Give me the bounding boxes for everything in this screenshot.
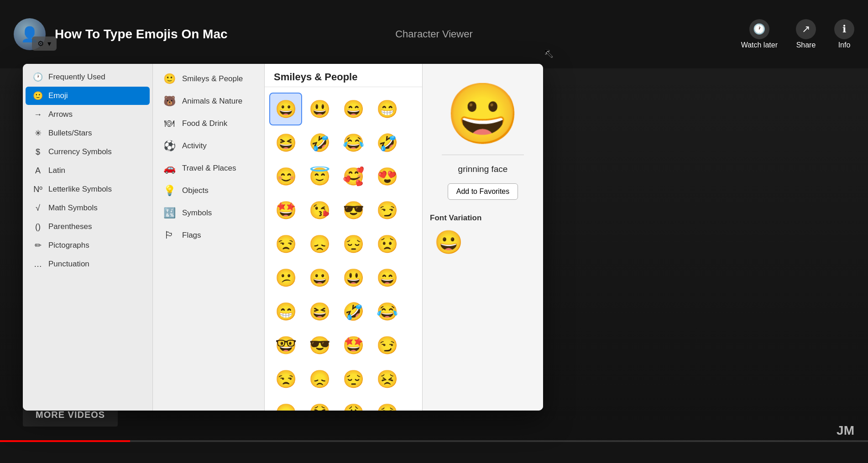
sidebar-item-label: Latin: [48, 166, 65, 175]
emoji-cell[interactable]: 🤣: [371, 126, 403, 159]
gear-overlay[interactable]: ⚙ ▾: [32, 36, 57, 51]
emoji-cell[interactable]: 😞: [303, 363, 336, 395]
emoji-cell[interactable]: 🥺: [371, 396, 403, 411]
emoji-cell[interactable]: 😄: [337, 93, 370, 125]
sidebar-item-label: Pictographs: [48, 241, 89, 250]
cv-detail: 😀 grinning face Add to Favorites Font Va…: [422, 64, 543, 411]
sidebar-item-label: Frequently Used: [48, 73, 105, 82]
watch-later-icon: 🕐: [749, 19, 769, 39]
emoji-cell[interactable]: 😍: [371, 160, 403, 193]
emoji-cell[interactable]: 😇: [303, 160, 336, 193]
category-item-label: Flags: [182, 231, 201, 240]
sidebar-item-parentheses[interactable]: ()Parentheses: [26, 218, 150, 236]
info-icon: ℹ: [834, 19, 854, 39]
category-icon: ⚽: [163, 140, 176, 152]
emoji-cell[interactable]: 😆: [269, 126, 302, 159]
emoji-cell[interactable]: 😩: [337, 396, 370, 411]
category-item-food---drink[interactable]: 🍽Food & Drink: [156, 113, 261, 135]
emoji-cell[interactable]: 😣: [371, 363, 403, 395]
category-icon: 🔣: [163, 207, 176, 219]
sidebar-item-math-symbols[interactable]: √Math Symbols: [26, 199, 150, 217]
category-item-smileys---people[interactable]: 🙂Smileys & People: [156, 68, 261, 90]
progress-bar[interactable]: [0, 440, 868, 442]
sidebar-item-latin[interactable]: ALatin: [26, 161, 150, 180]
category-item-label: Smileys & People: [182, 74, 243, 83]
emoji-cell[interactable]: 😀: [303, 261, 336, 294]
emoji-cell[interactable]: 😎: [337, 194, 370, 227]
cv-font-variation-header: Font Variation: [430, 213, 481, 223]
sidebar-item-arrows[interactable]: →Arrows: [26, 105, 150, 124]
emoji-cell[interactable]: 😞: [303, 228, 336, 260]
watch-later-button[interactable]: 🕐 Watch later: [741, 19, 778, 49]
sidebar-icon: $: [33, 147, 43, 157]
emoji-cell[interactable]: 😏: [371, 194, 403, 227]
emoji-cell[interactable]: 🤓: [269, 329, 302, 362]
sidebar-item-label: Math Symbols: [48, 203, 98, 213]
emoji-cell[interactable]: 😔: [337, 363, 370, 395]
emoji-cell[interactable]: 😫: [303, 396, 336, 411]
emoji-cell[interactable]: 😊: [269, 160, 302, 193]
emoji-cell[interactable]: 😂: [371, 295, 403, 328]
share-button[interactable]: ↗ Share: [796, 19, 816, 49]
emoji-cell[interactable]: 😎: [303, 329, 336, 362]
sidebar-item-label: Punctuation: [48, 260, 89, 269]
cv-selected-emoji: 😀: [442, 73, 524, 155]
category-item-label: Animals & Nature: [182, 97, 242, 106]
emoji-cell[interactable]: 😟: [371, 228, 403, 260]
sidebar-icon: Nº: [33, 184, 43, 194]
sidebar-item-letterlike-symbols[interactable]: NºLetterlike Symbols: [26, 180, 150, 198]
sidebar-item-label: Bullets/Stars: [48, 129, 92, 138]
sidebar-item-label: Emoji: [48, 91, 68, 100]
emoji-cell[interactable]: 🤣: [337, 295, 370, 328]
category-icon: 🙂: [163, 73, 176, 85]
add-to-favorites-button[interactable]: Add to Favorites: [448, 183, 518, 200]
emoji-cell[interactable]: 😖: [269, 396, 302, 411]
sidebar-item-frequently-used[interactable]: 🕐Frequently Used: [26, 68, 150, 86]
emoji-cell[interactable]: 😄: [371, 261, 403, 294]
progress-fill: [0, 440, 130, 442]
sidebar-item-emoji[interactable]: 🙂Emoji: [26, 87, 150, 105]
sidebar-item-label: Letterlike Symbols: [48, 185, 112, 194]
category-icon: 💡: [163, 185, 176, 197]
gear-icon: ⚙: [37, 39, 44, 48]
category-icon: 🍽: [163, 118, 176, 130]
video-title: How To Type Emojis On Mac: [55, 27, 732, 42]
emoji-cell[interactable]: 😁: [269, 295, 302, 328]
sidebar-item-punctuation[interactable]: …Punctuation: [26, 255, 150, 273]
emoji-cell[interactable]: 🤣: [303, 126, 336, 159]
emoji-cell[interactable]: 😕: [269, 261, 302, 294]
emoji-cell[interactable]: 🥰: [337, 160, 370, 193]
emoji-cell[interactable]: 😘: [303, 194, 336, 227]
emoji-cell[interactable]: 😒: [269, 228, 302, 260]
emoji-cell[interactable]: 🤩: [269, 194, 302, 227]
cv-emoji-name: grinning face: [458, 164, 508, 174]
sidebar-item-label: Arrows: [48, 110, 73, 119]
sidebar-icon: (): [33, 222, 43, 232]
category-item-animals---nature[interactable]: 🐻Animals & Nature: [156, 90, 261, 112]
emoji-cell[interactable]: 😁: [371, 93, 403, 125]
sidebar-item-bullets-stars[interactable]: ✳Bullets/Stars: [26, 124, 150, 142]
emoji-cell[interactable]: 😃: [303, 93, 336, 125]
emoji-cell[interactable]: 😏: [371, 329, 403, 362]
emoji-cell[interactable]: 😔: [337, 228, 370, 260]
sidebar-item-pictographs[interactable]: ✏Pictographs: [26, 236, 150, 255]
cv-main: Smileys & People 😀😃😄😁😆🤣😂🤣😊😇🥰😍🤩😘😎😏😒😞😔😟😕😀😃…: [265, 64, 422, 411]
sidebar-item-currency-symbols[interactable]: $Currency Symbols: [26, 143, 150, 161]
sidebar-icon: A: [33, 166, 43, 176]
emoji-cell[interactable]: 😀: [269, 93, 302, 125]
category-item-label: Food & Drink: [182, 119, 227, 128]
youtube-topbar: 👤 How To Type Emojis On Mac Character Vi…: [0, 0, 868, 68]
category-item-activity[interactable]: ⚽Activity: [156, 135, 261, 157]
emoji-cell[interactable]: 😒: [269, 363, 302, 395]
emoji-cell[interactable]: 😃: [337, 261, 370, 294]
info-button[interactable]: ℹ Info: [834, 19, 854, 49]
category-item-symbols[interactable]: 🔣Symbols: [156, 202, 261, 224]
category-item-label: Objects: [182, 186, 209, 195]
emoji-cell[interactable]: 😆: [303, 295, 336, 328]
emoji-cell[interactable]: 😂: [337, 126, 370, 159]
category-item-objects[interactable]: 💡Objects: [156, 180, 261, 202]
category-item-flags[interactable]: 🏳Flags: [156, 224, 261, 246]
category-item-travel---places[interactable]: 🚗Travel & Places: [156, 157, 261, 179]
cv-sidebar: 🕐Frequently Used🙂Emoji→Arrows✳Bullets/St…: [23, 64, 153, 411]
emoji-cell[interactable]: 🤩: [337, 329, 370, 362]
